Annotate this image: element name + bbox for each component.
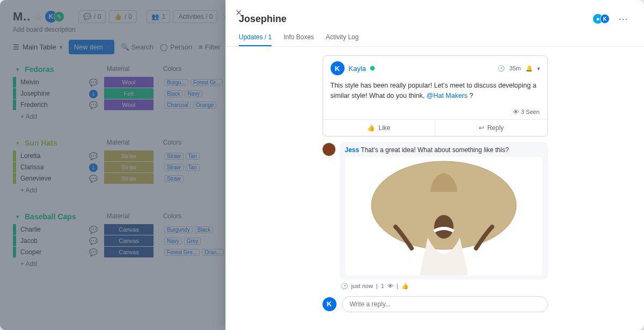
reply-view-count: 1 [381, 283, 384, 289]
panel-title[interactable]: Josephine [239, 13, 287, 25]
bell-icon[interactable]: 🔔 [525, 65, 533, 72]
mention[interactable]: @Hat Makers [427, 92, 468, 99]
panel-avatars[interactable]: ● K [592, 13, 610, 24]
clock-icon: 🕑 [341, 283, 348, 290]
seen-count[interactable]: 3 Seen [521, 109, 540, 115]
tab-activity-log[interactable]: Activity Log [326, 33, 358, 46]
reply-text: That's a great idea! What about somethin… [361, 146, 509, 154]
eye-icon: 👁 [387, 283, 393, 289]
reply-avatar[interactable] [323, 143, 335, 156]
reply-input[interactable] [342, 296, 548, 312]
reply-post: Jess That's a great idea! What about som… [323, 142, 548, 279]
update-post: K Kayla 🕑 35m 🔔 ▾ This style has been re… [323, 55, 548, 137]
post-avatar[interactable]: K [331, 61, 345, 75]
close-icon[interactable]: × [236, 6, 242, 19]
reply-author[interactable]: Jess [345, 146, 360, 154]
reply-button[interactable]: ↩Reply [435, 120, 547, 136]
online-indicator-icon [370, 66, 375, 70]
input-avatar: K [323, 297, 336, 311]
chevron-down-icon[interactable]: ▾ [537, 66, 540, 71]
post-author[interactable]: Kayla [349, 64, 367, 73]
tab-updates[interactable]: Updates / 1 [239, 33, 272, 46]
thumbs-up-icon[interactable]: 👍 [401, 283, 409, 290]
panel-more-icon[interactable]: ⋯ [615, 12, 631, 26]
clock-icon: 🕑 [497, 65, 505, 72]
reply-image[interactable] [345, 157, 543, 275]
reply-time: just now [352, 283, 373, 289]
tab-info-boxes[interactable]: Info Boxes [283, 33, 314, 46]
post-time: 35m [509, 65, 521, 71]
item-panel: × Josephine ● K ⋯ Updates / 1 Info Boxes… [225, 0, 644, 330]
reply-icon: ↩ [479, 124, 484, 132]
like-button[interactable]: 👍Like [323, 120, 436, 136]
post-body: This style has been really popular! Let'… [323, 77, 547, 106]
eye-icon: 👁 [513, 109, 519, 115]
thumbs-up-icon: 👍 [367, 124, 375, 132]
avatar-initial: K [600, 14, 610, 24]
